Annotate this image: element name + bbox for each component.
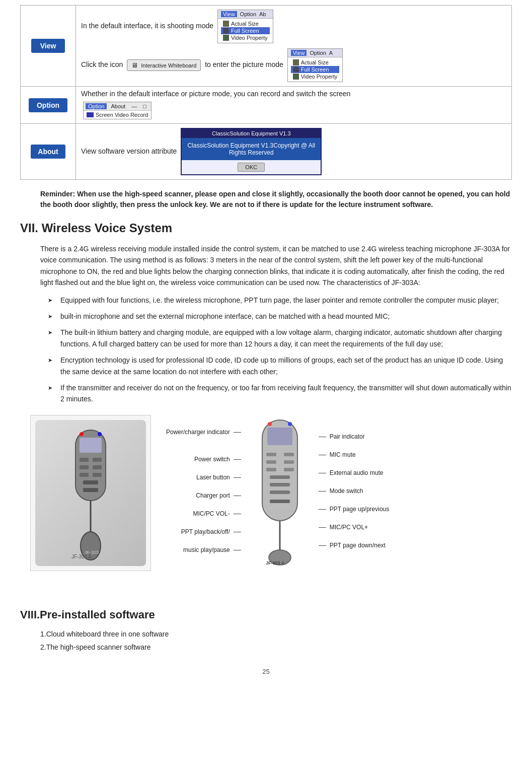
label-mic-pc-vol-: MIC/PC VOL- — [166, 505, 242, 523]
label-music-play: music play/pause — [166, 541, 242, 559]
label-mic-mute-text: MIC mute — [330, 451, 356, 458]
dialog-ok-area: OKC — [182, 160, 321, 174]
about-button: About — [31, 145, 65, 159]
option-bar-option: Option — [86, 103, 107, 109]
label-ppt-page-up-text: PPT page up/previous — [330, 506, 390, 513]
svg-rect-23 — [284, 468, 294, 471]
bullet-item-4: Encryption technology is used for profes… — [50, 355, 512, 377]
connector-8 — [234, 550, 241, 550]
label-charger-port-text: Charger port — [196, 492, 230, 499]
about-content: View software version attribute — [81, 147, 177, 155]
mini-item-fullscreen: Full Screen — [221, 27, 270, 34]
svg-rect-5 — [93, 465, 102, 469]
device-body-diagram: JF-303 A — [250, 415, 310, 568]
label-power-switch: Power switch — [166, 450, 242, 468]
connector-r2 — [319, 455, 326, 455]
svg-rect-22 — [266, 468, 276, 471]
svg-rect-3 — [93, 458, 102, 462]
label-ppt-page-up: PPT page up/previous — [318, 500, 398, 518]
option-bar-about: About — [109, 103, 127, 109]
connector-3 — [234, 459, 241, 460]
svg-point-31 — [288, 422, 292, 426]
svg-point-13 — [80, 432, 84, 436]
option-menu-ui: Option About — □ Screen Video Record — [83, 102, 151, 119]
vid-icon — [87, 112, 94, 117]
bullet-item-5: If the transmitter and receiver do not o… — [50, 382, 512, 405]
label-ppt-play: PPT play/back/off/ — [166, 523, 242, 541]
svg-text:JF-303 A: JF-303 A — [71, 554, 92, 559]
svg-point-14 — [98, 432, 102, 436]
label-ppt-play-text: PPT play/back/off/ — [181, 528, 230, 535]
connector-r5 — [319, 509, 326, 510]
label-ppt-page-down-text: PPT page down/next — [330, 542, 386, 549]
section7-para1: There is a 2.4G wireless receiving modul… — [40, 243, 512, 289]
section7-heading: VII. Wireless Voice System — [20, 221, 512, 235]
label-laser-button: Laser button — [166, 468, 242, 486]
video-icon — [223, 35, 229, 41]
device-svg: JF-303 JF-303 A — [40, 425, 141, 561]
label-laser-button-text: Laser button — [196, 474, 230, 481]
bullet-item-1: Equipped with four functions, i.e. the w… — [50, 295, 512, 306]
label-mic-pc-vol--text: MIC/PC VOL- — [193, 510, 230, 517]
label-pair-indicator-text: Pair indicator — [330, 433, 365, 440]
dialog-ok-button: OKC — [238, 163, 265, 172]
connector-r4 — [319, 491, 326, 491]
labels-left: Power/charger indicator Power switch Las… — [166, 423, 242, 559]
label-power-charger: Power/charger indicator — [166, 423, 242, 441]
svg-rect-24 — [270, 475, 290, 479]
label-mic-pc-vol-plus: MIC/PC VOL+ — [318, 518, 398, 536]
label-ppt-page-down: PPT page down/next — [318, 536, 398, 554]
svg-rect-19 — [284, 453, 294, 456]
bullet-list: Equipped with four functions, i.e. the w… — [50, 295, 512, 405]
svg-rect-2 — [80, 458, 89, 462]
svg-rect-1 — [80, 438, 102, 453]
dialog-titlebar: ClassicSolution Equipment V1.3 — [182, 129, 321, 138]
diagram-container: Power/charger indicator Power switch Las… — [166, 415, 512, 568]
view-line2b: to enter the picture mode — [205, 60, 283, 68]
svg-rect-8 — [83, 480, 98, 484]
label-pair-indicator: Pair indicator — [318, 428, 398, 446]
mini2-item-video: Video Property — [291, 73, 340, 80]
about-dialog: ClassicSolution Equipment V1.3 ClassicSo… — [181, 128, 322, 175]
mini2-item-fullscreen: Full Screen — [291, 66, 340, 73]
actual-icon — [223, 21, 229, 27]
mini2-menu-option: Option — [310, 50, 326, 56]
option-bar-dash: — — [129, 103, 139, 109]
table-row-about: About View software version attribute Cl… — [21, 124, 512, 180]
connector-4 — [234, 477, 241, 478]
dialog-body: ClassicSolution Equipment V1.3Copyright … — [182, 138, 321, 160]
mini2-item-actual: Actual Size — [291, 59, 340, 66]
diagram-area: Power/charger indicator Power switch Las… — [166, 415, 512, 596]
view-line1: In the default interface, it is shooting… — [81, 22, 213, 30]
svg-rect-20 — [266, 460, 276, 464]
svg-point-30 — [268, 422, 272, 426]
connector-r6 — [319, 527, 326, 528]
labels-right: Pair indicator MIC mute External audio m… — [318, 428, 398, 554]
mini-menu-ab: Ab — [259, 11, 266, 17]
label-mic-mute: MIC mute — [318, 446, 398, 464]
mini-menu-option: Option — [240, 11, 256, 17]
mini-ui-screenshot2: View Option A Actual Size Full Screen Vi… — [287, 48, 343, 82]
connector-5 — [234, 496, 241, 496]
option-content: Whether in the default interface or pict… — [81, 90, 506, 98]
svg-rect-7 — [93, 473, 102, 477]
mini-menu-view: View — [221, 11, 237, 17]
mini-item-video: Video Property — [221, 34, 270, 41]
connector-6 — [234, 514, 241, 514]
full2-icon — [293, 66, 299, 73]
section8-item2: 2.The high-speed scanner software — [40, 642, 512, 653]
option-menu-row: Screen Video Record — [84, 111, 151, 119]
option-bar-box: □ — [141, 103, 148, 109]
device-photo: JF-303 JF-303 A — [30, 415, 151, 571]
label-music-play-text: music play/pause — [183, 546, 230, 553]
mini-item-actual: Actual Size — [221, 20, 270, 27]
iw-button: 🖥 Interactive Whiteboard — [127, 59, 201, 71]
connector-r3 — [319, 473, 326, 473]
page-number: 25 — [20, 668, 512, 675]
svg-rect-27 — [270, 500, 290, 503]
option-button: Option — [29, 98, 67, 112]
svg-rect-17 — [267, 428, 292, 445]
actual2-icon — [293, 59, 299, 65]
svg-rect-18 — [266, 453, 276, 456]
svg-text:JF-303 A: JF-303 A — [266, 560, 285, 566]
